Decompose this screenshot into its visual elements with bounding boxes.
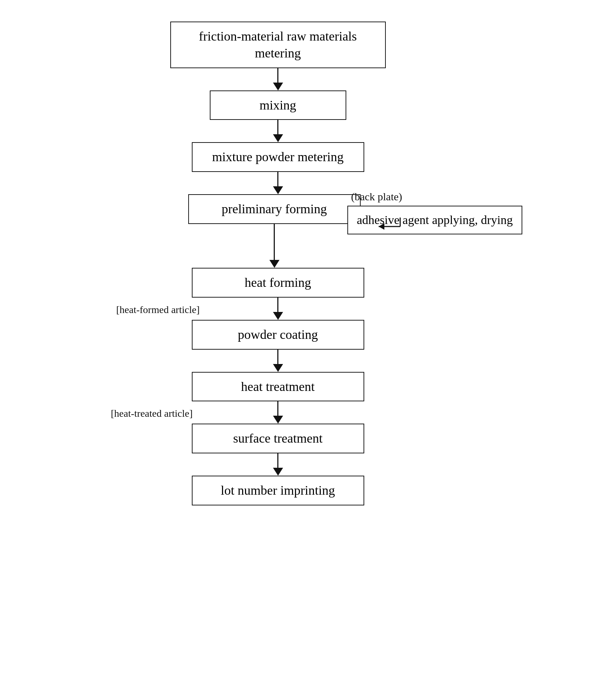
adhesive-box: adhesive agent applying, drying (347, 206, 522, 234)
heat-formed-label: [heat-formed article] (116, 304, 200, 316)
powder-coating-box: powder coating (192, 320, 364, 350)
arrow-1 (273, 68, 283, 90)
process-diagram: friction-material raw materials metering… (106, 22, 501, 505)
mixture-powder-box: mixture powder metering (192, 142, 364, 172)
preliminary-forming-box: preliminary forming (188, 194, 361, 224)
heat-treated-label: [heat-treated article] (111, 408, 193, 419)
arrow-3 (273, 172, 283, 194)
arrow-4 (269, 224, 279, 268)
arrow-8 (273, 453, 283, 476)
lot-number-box: lot number imprinting (192, 476, 364, 505)
back-plate-label: (back plate) (351, 191, 402, 203)
heat-forming-box: heat forming (192, 268, 364, 298)
heat-treatment-box: heat treatment (192, 372, 364, 402)
arrow-2 (273, 120, 283, 142)
arrow-6 (273, 350, 283, 372)
raw-materials-box: friction-material raw materials metering (170, 22, 386, 68)
mixing-box: mixing (210, 90, 346, 120)
surface-treatment-box: surface treatment (192, 424, 364, 453)
